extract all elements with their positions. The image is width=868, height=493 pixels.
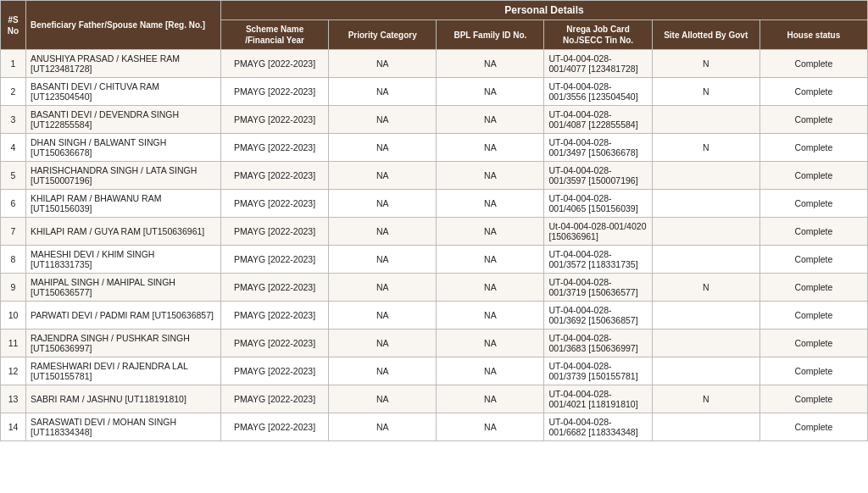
cell-scheme: PMAYG [2022-2023] [221,385,329,413]
table-row: 5HARISHCHANDRA SINGH / LATA SINGH [UT150… [1,162,868,190]
col-header-bpl: BPL Family ID No. [437,20,544,50]
table-row: 1ANUSHIYA PRASAD / KASHEE RAM [UT1234817… [1,50,868,78]
cell-house: Complete [760,357,867,385]
cell-name: KHILAPI RAM / BHAWANU RAM [UT150156039] [26,190,221,218]
cell-scheme: PMAYG [2022-2023] [221,190,329,218]
table-row: 8MAHESHI DEVI / KHIM SINGH [UT118331735]… [1,246,868,274]
table-row: 10PARWATI DEVI / PADMI RAM [UT150636857]… [1,302,868,330]
col-header-house: House status [760,20,867,50]
cell-bpl: NA [437,330,544,357]
cell-sno: 6 [1,190,26,218]
cell-bpl: NA [437,134,544,162]
cell-priority: NA [329,357,437,385]
cell-sno: 8 [1,246,26,274]
cell-sno: 4 [1,134,26,162]
beneficiary-table: #SNo Beneficiary Father/Spouse Name [Reg… [0,0,868,441]
cell-house: Complete [760,78,867,106]
table-row: 6KHILAPI RAM / BHAWANU RAM [UT150156039]… [1,190,868,218]
cell-site: N [652,78,760,106]
cell-priority: NA [329,246,437,274]
table-row: 11RAJENDRA SINGH / PUSHKAR SINGH [UT1506… [1,330,868,357]
cell-bpl: NA [437,274,544,302]
cell-scheme: PMAYG [2022-2023] [221,413,329,441]
cell-name: RAJENDRA SINGH / PUSHKAR SINGH [UT150636… [26,330,221,357]
cell-priority: NA [329,106,437,134]
cell-nrega: UT-04-004-028-001/4087 [122855584] [544,106,652,134]
table-row: 4DHAN SINGH / BALWANT SINGH [UT150636678… [1,134,868,162]
cell-sno: 3 [1,106,26,134]
cell-scheme: PMAYG [2022-2023] [221,134,329,162]
main-table-wrapper: #SNo Beneficiary Father/Spouse Name [Reg… [0,0,868,441]
cell-name: MAHIPAL SINGH / MAHIPAL SINGH [UT1506365… [26,274,221,302]
table-row: 13SABRI RAM / JASHNU [UT118191810]PMAYG … [1,385,868,413]
cell-house: Complete [760,106,867,134]
cell-bpl: NA [437,106,544,134]
cell-house: Complete [760,162,867,190]
cell-scheme: PMAYG [2022-2023] [221,106,329,134]
cell-scheme: PMAYG [2022-2023] [221,330,329,357]
col-header-nrega: Nrega Job Card No./SECC Tin No. [544,20,652,50]
cell-site [652,413,760,441]
cell-name: KHILAPI RAM / GUYA RAM [UT150636961] [26,218,221,246]
cell-bpl: NA [437,357,544,385]
cell-name: RAMESHWARI DEVI / RAJENDRA LAL [UT150155… [26,357,221,385]
cell-bpl: NA [437,190,544,218]
cell-site: N [652,134,760,162]
cell-sno: 5 [1,162,26,190]
cell-house: Complete [760,413,867,441]
col-header-site: Site Allotted By Govt [652,20,760,50]
table-row: 3BASANTI DEVI / DEVENDRA SINGH [UT122855… [1,106,868,134]
table-row: 9MAHIPAL SINGH / MAHIPAL SINGH [UT150636… [1,274,868,302]
table-row: 14SARASWATI DEVI / MOHAN SINGH [UT118334… [1,413,868,441]
cell-house: Complete [760,218,867,246]
cell-name: SARASWATI DEVI / MOHAN SINGH [UT11833434… [26,413,221,441]
cell-scheme: PMAYG [2022-2023] [221,162,329,190]
cell-name: BASANTI DEVI / CHITUVA RAM [UT123504540] [26,78,221,106]
cell-sno: 1 [1,50,26,78]
cell-priority: NA [329,413,437,441]
cell-house: Complete [760,134,867,162]
cell-name: DHAN SINGH / BALWANT SINGH [UT150636678] [26,134,221,162]
cell-house: Complete [760,246,867,274]
cell-sno: 11 [1,330,26,357]
cell-site [652,190,760,218]
cell-priority: NA [329,385,437,413]
cell-bpl: NA [437,413,544,441]
personal-details-group-header: Personal Details [221,1,868,20]
cell-house: Complete [760,330,867,357]
cell-priority: NA [329,274,437,302]
cell-priority: NA [329,50,437,78]
cell-site: N [652,385,760,413]
cell-bpl: NA [437,302,544,330]
cell-house: Complete [760,274,867,302]
cell-site [652,330,760,357]
cell-priority: NA [329,302,437,330]
cell-nrega: Ut-04-004-028-001/4020 [150636961] [544,218,652,246]
cell-bpl: NA [437,78,544,106]
cell-bpl: NA [437,246,544,274]
cell-scheme: PMAYG [2022-2023] [221,50,329,78]
cell-nrega: UT-04-004-028-001/3719 [150636577] [544,274,652,302]
cell-scheme: PMAYG [2022-2023] [221,246,329,274]
cell-site [652,246,760,274]
col-header-priority: Priority Category [329,20,437,50]
cell-site [652,162,760,190]
cell-scheme: PMAYG [2022-2023] [221,302,329,330]
cell-name: ANUSHIYA PRASAD / KASHEE RAM [UT12348172… [26,50,221,78]
cell-sno: 12 [1,357,26,385]
cell-name: HARISHCHANDRA SINGH / LATA SINGH [UT1500… [26,162,221,190]
cell-name: BASANTI DEVI / DEVENDRA SINGH [UT1228555… [26,106,221,134]
cell-name: PARWATI DEVI / PADMI RAM [UT150636857] [26,302,221,330]
cell-bpl: NA [437,162,544,190]
cell-sno: 2 [1,78,26,106]
cell-name: MAHESHI DEVI / KHIM SINGH [UT118331735] [26,246,221,274]
cell-house: Complete [760,385,867,413]
cell-house: Complete [760,302,867,330]
cell-bpl: NA [437,50,544,78]
cell-nrega: UT-04-004-028-001/3683 [150636997] [544,330,652,357]
cell-site [652,302,760,330]
cell-priority: NA [329,218,437,246]
cell-nrega: UT-04-004-028-001/3556 [123504540] [544,78,652,106]
cell-nrega: UT-04-004-028-001/3497 [150636678] [544,134,652,162]
col-header-name: Beneficiary Father/Spouse Name [Reg. No.… [26,1,221,50]
